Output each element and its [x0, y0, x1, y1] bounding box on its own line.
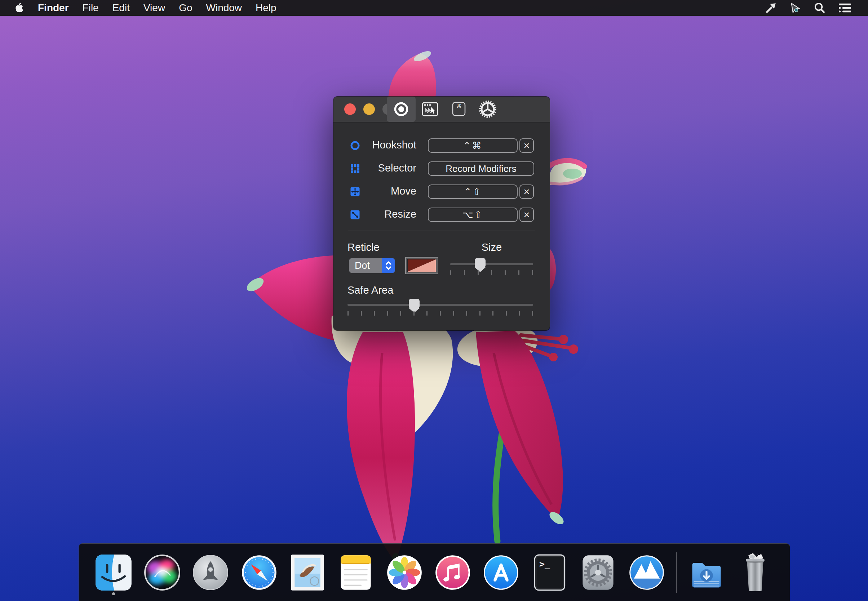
window-titlebar[interactable]: ⌘: [333, 96, 550, 122]
tab-reticle[interactable]: [387, 96, 416, 122]
spotlight-search-icon[interactable]: [814, 2, 825, 14]
trash-full-icon: [737, 552, 773, 593]
dock-launchpad[interactable]: [192, 549, 229, 596]
move-row: Move ⌃⇧ ×: [333, 185, 550, 199]
hookshot-label: Hookshot: [348, 139, 416, 151]
menu-file[interactable]: File: [76, 0, 105, 16]
hookshot-preferences-window: ⌘: [333, 96, 550, 330]
dock-mountain-app[interactable]: [628, 549, 665, 596]
reticle-icon: [392, 100, 410, 118]
safe-area-slider-handle[interactable]: [409, 299, 420, 308]
size-slider[interactable]: [450, 263, 533, 265]
color-swatch: [408, 259, 436, 272]
siri-icon: [144, 554, 181, 591]
dock-finder[interactable]: [95, 549, 132, 596]
tab-shortcuts[interactable]: ⌘: [445, 96, 473, 122]
resize-clear-button[interactable]: ×: [520, 207, 534, 222]
notes-icon: [338, 554, 373, 591]
size-slider-handle[interactable]: [475, 258, 486, 267]
move-clear-button[interactable]: ×: [520, 185, 534, 199]
dock-safari[interactable]: [240, 549, 278, 596]
menu-edit[interactable]: Edit: [105, 0, 137, 16]
reticle-color-well[interactable]: [405, 257, 438, 274]
minimize-button[interactable]: [363, 104, 375, 115]
pointer-utility-icon[interactable]: [789, 2, 802, 14]
dock-itunes[interactable]: [434, 549, 472, 596]
menu-go[interactable]: Go: [172, 0, 199, 16]
size-slider-ticks: [450, 270, 533, 275]
mountain-app-icon: [628, 554, 665, 591]
svg-text:>_: >_: [539, 559, 550, 569]
dock-system-preferences[interactable]: [579, 549, 617, 596]
move-shortcut-field[interactable]: ⌃⇧: [428, 185, 518, 199]
mail-icon: [289, 553, 326, 592]
hookshot-pointer-icon[interactable]: [765, 2, 777, 14]
dock-separator: [676, 552, 677, 593]
running-indicator: [112, 592, 115, 595]
gear-icon: [478, 100, 497, 119]
reticle-type-value: Dot: [349, 260, 382, 271]
hookshot-clear-button[interactable]: ×: [520, 138, 534, 153]
move-label: Move: [348, 185, 416, 197]
dock-siri[interactable]: [144, 549, 181, 596]
finder-icon: [95, 554, 132, 591]
dock-trash[interactable]: [737, 549, 774, 596]
safe-area-label: Safe Area: [347, 284, 393, 296]
dock-app-store[interactable]: [482, 549, 520, 596]
cursors-panel-icon: [421, 100, 439, 118]
itunes-icon: [434, 554, 472, 591]
svg-text:⌘: ⌘: [456, 103, 462, 109]
menu-bar: Finder File Edit View Go Window Help: [0, 0, 868, 16]
chevron-up-down-icon: [385, 261, 392, 271]
launchpad-icon: [192, 554, 229, 591]
size-section-label: Size: [450, 241, 533, 253]
safe-area-slider-ticks: [347, 311, 533, 316]
apple-logo-icon: [15, 3, 24, 13]
hookshot-shortcut-field[interactable]: ⌃⌘: [428, 138, 518, 153]
dropdown-stepper: [382, 258, 395, 273]
resize-label: Resize: [348, 208, 416, 220]
safe-area-slider[interactable]: [347, 304, 533, 306]
command-key-icon: ⌘: [450, 100, 468, 118]
selector-row: Selector Record Modifiers: [333, 162, 550, 176]
tab-settings[interactable]: [473, 96, 502, 122]
dock-notes[interactable]: [337, 549, 374, 596]
dock-downloads-folder[interactable]: [688, 549, 725, 596]
app-store-icon: [482, 554, 520, 591]
apple-menu[interactable]: [8, 3, 31, 13]
photos-icon: [386, 554, 423, 591]
desktop: Finder File Edit View Go Window Help: [0, 0, 868, 601]
resize-row: Resize ⌥⇧ ×: [333, 207, 550, 222]
menu-help[interactable]: Help: [249, 0, 283, 16]
resize-shortcut-field[interactable]: ⌥⇧: [428, 207, 518, 222]
dock-mail[interactable]: [289, 549, 326, 596]
menu-view[interactable]: View: [137, 0, 172, 16]
safari-icon: [240, 554, 278, 591]
menu-app-name[interactable]: Finder: [31, 0, 76, 16]
hookshot-row: Hookshot ⌃⌘ ×: [333, 138, 550, 153]
system-preferences-icon: [581, 554, 615, 591]
record-modifiers-button[interactable]: Record Modifiers: [428, 162, 534, 176]
reticle-type-dropdown[interactable]: Dot: [349, 258, 395, 273]
dock: >_: [79, 543, 790, 601]
dock-photos[interactable]: [386, 549, 423, 596]
downloads-folder-icon: [688, 554, 725, 591]
list-menu-icon[interactable]: [838, 2, 852, 14]
selector-label: Selector: [348, 162, 416, 174]
menu-window[interactable]: Window: [199, 0, 249, 16]
close-button[interactable]: [344, 104, 356, 115]
section-divider: [348, 230, 535, 231]
reticle-section-label: Reticle: [347, 241, 380, 253]
tab-cursors[interactable]: [416, 96, 445, 122]
terminal-icon: >_: [532, 554, 567, 591]
dock-terminal[interactable]: >_: [531, 549, 568, 596]
toolbar-tabs: ⌘: [387, 96, 502, 122]
